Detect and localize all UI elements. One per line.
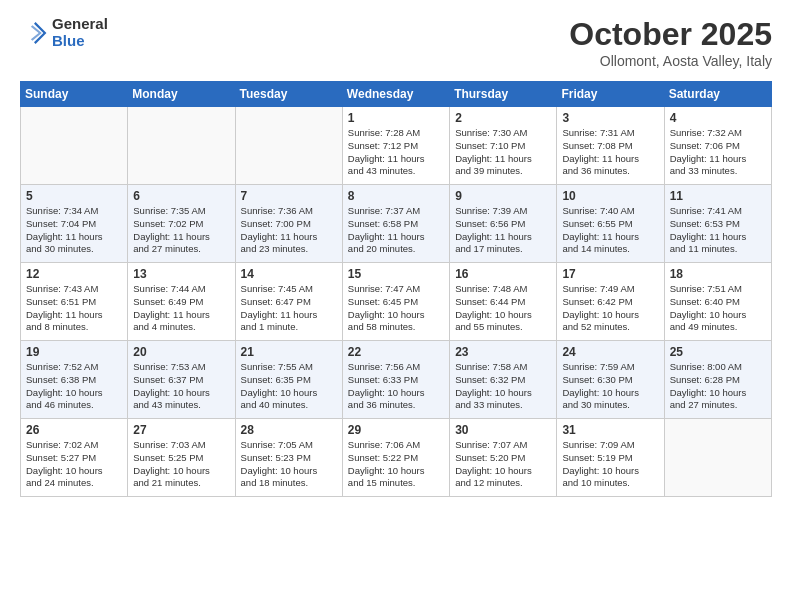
day-info: Sunrise: 7:31 AM Sunset: 7:08 PM Dayligh… — [562, 127, 658, 178]
calendar-week-2: 5Sunrise: 7:34 AM Sunset: 7:04 PM Daylig… — [21, 185, 772, 263]
day-number: 11 — [670, 189, 766, 203]
day-info: Sunrise: 7:35 AM Sunset: 7:02 PM Dayligh… — [133, 205, 229, 256]
logo-text: General Blue — [52, 16, 108, 49]
day-info: Sunrise: 7:34 AM Sunset: 7:04 PM Dayligh… — [26, 205, 122, 256]
day-number: 25 — [670, 345, 766, 359]
calendar-cell: 12Sunrise: 7:43 AM Sunset: 6:51 PM Dayli… — [21, 263, 128, 341]
calendar-cell: 18Sunrise: 7:51 AM Sunset: 6:40 PM Dayli… — [664, 263, 771, 341]
day-number: 6 — [133, 189, 229, 203]
calendar-cell: 19Sunrise: 7:52 AM Sunset: 6:38 PM Dayli… — [21, 341, 128, 419]
day-info: Sunrise: 7:58 AM Sunset: 6:32 PM Dayligh… — [455, 361, 551, 412]
day-number: 15 — [348, 267, 444, 281]
day-number: 7 — [241, 189, 337, 203]
day-info: Sunrise: 7:39 AM Sunset: 6:56 PM Dayligh… — [455, 205, 551, 256]
logo-blue-text: Blue — [52, 33, 108, 50]
title-block: October 2025 Ollomont, Aosta Valley, Ita… — [569, 16, 772, 69]
calendar-cell: 10Sunrise: 7:40 AM Sunset: 6:55 PM Dayli… — [557, 185, 664, 263]
day-info: Sunrise: 7:48 AM Sunset: 6:44 PM Dayligh… — [455, 283, 551, 334]
calendar-cell: 30Sunrise: 7:07 AM Sunset: 5:20 PM Dayli… — [450, 419, 557, 497]
day-info: Sunrise: 7:49 AM Sunset: 6:42 PM Dayligh… — [562, 283, 658, 334]
day-info: Sunrise: 7:28 AM Sunset: 7:12 PM Dayligh… — [348, 127, 444, 178]
day-info: Sunrise: 7:07 AM Sunset: 5:20 PM Dayligh… — [455, 439, 551, 490]
day-number: 5 — [26, 189, 122, 203]
day-info: Sunrise: 7:52 AM Sunset: 6:38 PM Dayligh… — [26, 361, 122, 412]
day-info: Sunrise: 7:41 AM Sunset: 6:53 PM Dayligh… — [670, 205, 766, 256]
day-number: 28 — [241, 423, 337, 437]
calendar-cell: 9Sunrise: 7:39 AM Sunset: 6:56 PM Daylig… — [450, 185, 557, 263]
calendar-cell: 4Sunrise: 7:32 AM Sunset: 7:06 PM Daylig… — [664, 107, 771, 185]
calendar-cell: 29Sunrise: 7:06 AM Sunset: 5:22 PM Dayli… — [342, 419, 449, 497]
day-info: Sunrise: 7:09 AM Sunset: 5:19 PM Dayligh… — [562, 439, 658, 490]
day-number: 1 — [348, 111, 444, 125]
day-number: 12 — [26, 267, 122, 281]
day-number: 10 — [562, 189, 658, 203]
calendar-cell: 13Sunrise: 7:44 AM Sunset: 6:49 PM Dayli… — [128, 263, 235, 341]
day-number: 8 — [348, 189, 444, 203]
calendar-cell: 21Sunrise: 7:55 AM Sunset: 6:35 PM Dayli… — [235, 341, 342, 419]
calendar-cell: 5Sunrise: 7:34 AM Sunset: 7:04 PM Daylig… — [21, 185, 128, 263]
day-number: 9 — [455, 189, 551, 203]
day-info: Sunrise: 7:51 AM Sunset: 6:40 PM Dayligh… — [670, 283, 766, 334]
calendar-cell: 1Sunrise: 7:28 AM Sunset: 7:12 PM Daylig… — [342, 107, 449, 185]
calendar-table: SundayMondayTuesdayWednesdayThursdayFrid… — [20, 81, 772, 497]
day-info: Sunrise: 7:03 AM Sunset: 5:25 PM Dayligh… — [133, 439, 229, 490]
day-info: Sunrise: 7:47 AM Sunset: 6:45 PM Dayligh… — [348, 283, 444, 334]
calendar-cell: 7Sunrise: 7:36 AM Sunset: 7:00 PM Daylig… — [235, 185, 342, 263]
day-info: Sunrise: 7:53 AM Sunset: 6:37 PM Dayligh… — [133, 361, 229, 412]
day-number: 30 — [455, 423, 551, 437]
day-number: 20 — [133, 345, 229, 359]
calendar-cell: 25Sunrise: 8:00 AM Sunset: 6:28 PM Dayli… — [664, 341, 771, 419]
calendar-cell: 20Sunrise: 7:53 AM Sunset: 6:37 PM Dayli… — [128, 341, 235, 419]
calendar-header-sunday: Sunday — [21, 82, 128, 107]
header: General Blue October 2025 Ollomont, Aost… — [20, 16, 772, 69]
calendar-header-row: SundayMondayTuesdayWednesdayThursdayFrid… — [21, 82, 772, 107]
calendar-cell: 2Sunrise: 7:30 AM Sunset: 7:10 PM Daylig… — [450, 107, 557, 185]
day-number: 4 — [670, 111, 766, 125]
calendar-header-tuesday: Tuesday — [235, 82, 342, 107]
day-number: 2 — [455, 111, 551, 125]
day-number: 27 — [133, 423, 229, 437]
calendar-cell — [128, 107, 235, 185]
calendar-header-monday: Monday — [128, 82, 235, 107]
calendar-cell: 8Sunrise: 7:37 AM Sunset: 6:58 PM Daylig… — [342, 185, 449, 263]
calendar-cell: 28Sunrise: 7:05 AM Sunset: 5:23 PM Dayli… — [235, 419, 342, 497]
day-info: Sunrise: 7:59 AM Sunset: 6:30 PM Dayligh… — [562, 361, 658, 412]
logo: General Blue — [20, 16, 108, 49]
calendar-cell: 3Sunrise: 7:31 AM Sunset: 7:08 PM Daylig… — [557, 107, 664, 185]
calendar-cell: 22Sunrise: 7:56 AM Sunset: 6:33 PM Dayli… — [342, 341, 449, 419]
day-info: Sunrise: 7:02 AM Sunset: 5:27 PM Dayligh… — [26, 439, 122, 490]
calendar-cell: 23Sunrise: 7:58 AM Sunset: 6:32 PM Dayli… — [450, 341, 557, 419]
day-number: 19 — [26, 345, 122, 359]
calendar-cell: 6Sunrise: 7:35 AM Sunset: 7:02 PM Daylig… — [128, 185, 235, 263]
calendar-header-thursday: Thursday — [450, 82, 557, 107]
day-number: 24 — [562, 345, 658, 359]
day-number: 22 — [348, 345, 444, 359]
day-number: 29 — [348, 423, 444, 437]
day-info: Sunrise: 8:00 AM Sunset: 6:28 PM Dayligh… — [670, 361, 766, 412]
calendar-week-3: 12Sunrise: 7:43 AM Sunset: 6:51 PM Dayli… — [21, 263, 772, 341]
day-number: 23 — [455, 345, 551, 359]
day-info: Sunrise: 7:40 AM Sunset: 6:55 PM Dayligh… — [562, 205, 658, 256]
calendar-cell: 24Sunrise: 7:59 AM Sunset: 6:30 PM Dayli… — [557, 341, 664, 419]
day-info: Sunrise: 7:43 AM Sunset: 6:51 PM Dayligh… — [26, 283, 122, 334]
calendar-cell — [21, 107, 128, 185]
day-info: Sunrise: 7:56 AM Sunset: 6:33 PM Dayligh… — [348, 361, 444, 412]
day-info: Sunrise: 7:06 AM Sunset: 5:22 PM Dayligh… — [348, 439, 444, 490]
calendar-cell: 17Sunrise: 7:49 AM Sunset: 6:42 PM Dayli… — [557, 263, 664, 341]
day-number: 16 — [455, 267, 551, 281]
day-number: 13 — [133, 267, 229, 281]
calendar-week-5: 26Sunrise: 7:02 AM Sunset: 5:27 PM Dayli… — [21, 419, 772, 497]
day-number: 21 — [241, 345, 337, 359]
location: Ollomont, Aosta Valley, Italy — [569, 53, 772, 69]
day-number: 17 — [562, 267, 658, 281]
month-title: October 2025 — [569, 16, 772, 53]
calendar-cell — [235, 107, 342, 185]
day-number: 3 — [562, 111, 658, 125]
day-info: Sunrise: 7:05 AM Sunset: 5:23 PM Dayligh… — [241, 439, 337, 490]
calendar-week-1: 1Sunrise: 7:28 AM Sunset: 7:12 PM Daylig… — [21, 107, 772, 185]
calendar-week-4: 19Sunrise: 7:52 AM Sunset: 6:38 PM Dayli… — [21, 341, 772, 419]
day-info: Sunrise: 7:37 AM Sunset: 6:58 PM Dayligh… — [348, 205, 444, 256]
day-info: Sunrise: 7:36 AM Sunset: 7:00 PM Dayligh… — [241, 205, 337, 256]
day-number: 18 — [670, 267, 766, 281]
calendar-header-wednesday: Wednesday — [342, 82, 449, 107]
